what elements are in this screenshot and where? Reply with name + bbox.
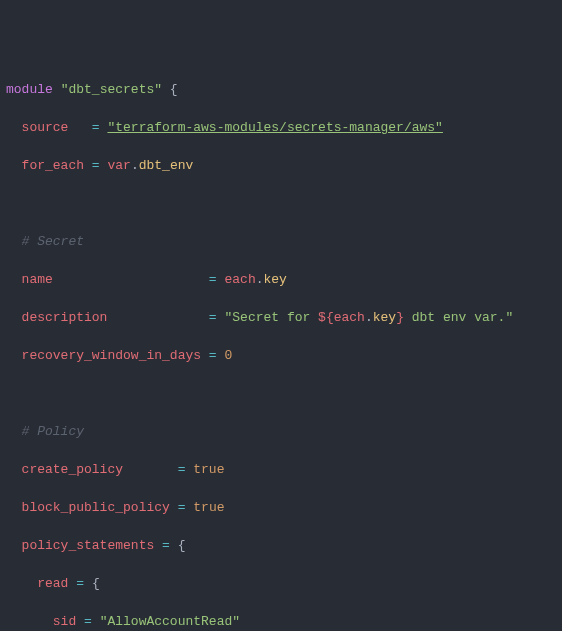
keyword-module: module bbox=[6, 82, 53, 97]
interp-open: ${ bbox=[318, 310, 334, 325]
bool-true: true bbox=[193, 500, 224, 515]
property-source: source bbox=[22, 120, 69, 135]
property-sid: sid bbox=[53, 614, 76, 629]
each-reference: each bbox=[334, 310, 365, 325]
each-reference: each bbox=[224, 272, 255, 287]
property-for-each: for_each bbox=[22, 158, 84, 173]
property-recovery-window: recovery_window_in_days bbox=[22, 348, 201, 363]
property-policy-statements: policy_statements bbox=[22, 538, 155, 553]
desc-string-part1: "Secret for bbox=[224, 310, 318, 325]
property-read: read bbox=[37, 576, 68, 591]
property-block-public: block_public_policy bbox=[22, 500, 170, 515]
desc-string-part2: dbt env var." bbox=[404, 310, 513, 325]
code-line: # Policy bbox=[6, 422, 556, 441]
number-zero: 0 bbox=[224, 348, 232, 363]
code-line: # Secret bbox=[6, 232, 556, 251]
code-line: read = { bbox=[6, 574, 556, 593]
code-line bbox=[6, 194, 556, 213]
code-editor[interactable]: module "dbt_secrets" { source = "terrafo… bbox=[6, 80, 556, 631]
attr-dbt-env: dbt_env bbox=[139, 158, 194, 173]
bool-true: true bbox=[193, 462, 224, 477]
attr-key: key bbox=[264, 272, 287, 287]
var-reference: var bbox=[107, 158, 130, 173]
code-line: source = "terraform-aws-modules/secrets-… bbox=[6, 118, 556, 137]
code-line: name = each.key bbox=[6, 270, 556, 289]
property-description: description bbox=[22, 310, 108, 325]
code-line: sid = "AllowAccountRead" bbox=[6, 612, 556, 631]
property-name: name bbox=[22, 272, 53, 287]
sid-string: "AllowAccountRead" bbox=[100, 614, 240, 629]
comment-secret: # Secret bbox=[22, 234, 84, 249]
code-line bbox=[6, 384, 556, 403]
code-line: description = "Secret for ${each.key} db… bbox=[6, 308, 556, 327]
code-line: block_public_policy = true bbox=[6, 498, 556, 517]
code-line: recovery_window_in_days = 0 bbox=[6, 346, 556, 365]
interp-close: } bbox=[396, 310, 404, 325]
module-name-string: "dbt_secrets" bbox=[61, 82, 162, 97]
attr-key: key bbox=[373, 310, 396, 325]
code-line: module "dbt_secrets" { bbox=[6, 80, 556, 99]
source-url-string[interactable]: "terraform-aws-modules/secrets-manager/a… bbox=[107, 120, 442, 135]
property-create-policy: create_policy bbox=[22, 462, 123, 477]
code-line: for_each = var.dbt_env bbox=[6, 156, 556, 175]
comment-policy: # Policy bbox=[22, 424, 84, 439]
code-line: create_policy = true bbox=[6, 460, 556, 479]
code-line: policy_statements = { bbox=[6, 536, 556, 555]
